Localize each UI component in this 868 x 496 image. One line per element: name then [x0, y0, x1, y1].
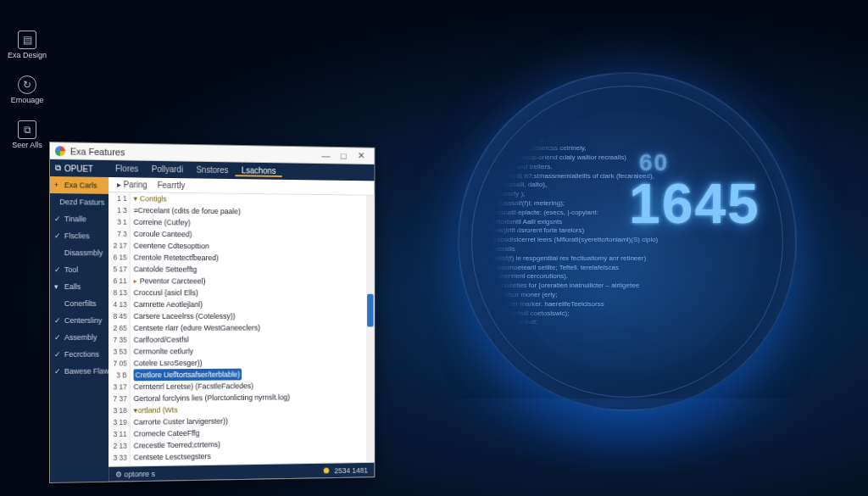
check-icon: ✓ — [54, 215, 61, 223]
disc-code-line: celd dft repretters — [493, 126, 761, 136]
check-icon: ✓ — [54, 367, 61, 376]
check-icon: ✓ — [54, 265, 61, 274]
disc-code-line: lodtrenl (belop-oriend cdaly waltior rec… — [493, 153, 761, 163]
code-list: 1 11 33 17 32 176 155 176 118 134 138 45… — [108, 192, 374, 466]
desktop-icon-label: Seer Alls — [12, 142, 42, 150]
disc-code-line: (Beceertr — [493, 108, 761, 117]
sidebar-item-label: Ealls — [64, 282, 81, 291]
disc-code-line: tlesfllzer marker. haerellfeTeelclsorss — [493, 300, 761, 309]
code-line[interactable]: Carnrette Aeotlejlanl) — [131, 298, 367, 310]
app-logo-icon — [55, 146, 65, 156]
code-line[interactable]: Carsere Laceelrss (Cotelessy)) — [131, 310, 367, 322]
desktop-icon-emouage[interactable]: ↻ Emouage — [7, 75, 47, 105]
code-line[interactable]: Crentole Retetectfbeared) — [131, 252, 367, 265]
disc-code-overlay: (Beceertrceerlr ti…lallceld dft reprette… — [493, 108, 761, 376]
sidebar-item[interactable]: ✓Bawese Flaw — [50, 363, 108, 380]
sidebar-item[interactable]: ✓Fecrctions — [50, 346, 108, 363]
disc-code-line: dellcetl and trelters. — [493, 163, 761, 172]
maximize-button[interactable]: □ — [335, 150, 353, 160]
disc-code-line: elertdillg ateegl)) — [493, 135, 761, 144]
status-dot-icon — [324, 468, 330, 474]
disc-code-line: cefl (alfee – Besetcss cetrinely, — [493, 144, 761, 153]
close-button[interactable]: ✕ — [352, 150, 369, 161]
code-line[interactable]: Centsete rlarr (edure WestGaneeclers) — [131, 322, 367, 334]
disc-code-line: Senosetles for {oreratien inatnuillcter … — [493, 281, 761, 291]
desktop-icons: ▤ Exa Design ↻ Emouage ⧉ Seer Alls — [7, 31, 47, 165]
sidebar-item[interactable]: ✓Tinalle — [50, 210, 108, 228]
disc-number-main: 1645 — [629, 172, 760, 235]
sidebar-item[interactable]: ✓Tool — [50, 261, 108, 278]
sidebar-item-label: Centersliny — [64, 316, 102, 325]
status-position: 2534 1481 — [334, 465, 368, 474]
content-pane: ▸ Paring Fearrtly 1 11 33 17 32 176 155 … — [108, 177, 374, 482]
code-line[interactable]: Croccusl {asicl Ells) — [131, 287, 367, 298]
sidebar-item-label: Assembly — [64, 333, 97, 342]
sidebar-item-label: Fecrctions — [64, 350, 99, 359]
check-icon: ✓ — [54, 350, 61, 359]
menu-tab[interactable]: Pollyardi — [145, 164, 190, 176]
sidebar-item[interactable]: Dezd Fasturs — [50, 193, 108, 211]
page-icon: ▤ — [18, 31, 36, 49]
sidebar-item-label: Tool — [64, 265, 78, 274]
sidebar-item[interactable]: ✓Assembly — [50, 329, 108, 346]
disc-code-line: beaxmoetearll setllte; Teftell. terelafe… — [493, 264, 761, 273]
sidebar-item-label: Disassmbly — [64, 248, 103, 257]
disc-big-number: 60 1645 — [629, 171, 760, 237]
menu-tab[interactable]: Lsachons — [235, 165, 282, 177]
status-options[interactable]: ⚙ optonre s — [115, 469, 155, 478]
arrow-circle-icon: ↻ — [18, 75, 36, 94]
desktop-icon-label: Exa Design — [8, 52, 47, 60]
desktop-icon-exa-design[interactable]: ▤ Exa Design — [7, 31, 47, 60]
disc-code-line: aelsf(f) le respgentlial rex fectiuatlom… — [493, 254, 761, 264]
desktop-icon-label: Emouage — [11, 97, 44, 105]
side-header-label: OPUET — [64, 164, 93, 173]
check-icon: ✓ — [54, 316, 61, 325]
check-icon: ✓ — [54, 333, 61, 342]
sidebar-item-label: Bawese Flaw — [64, 367, 108, 376]
code-line[interactable]: ▸ Peventor Carcteeel) — [131, 275, 367, 287]
menu-tab[interactable]: Snstores — [190, 164, 235, 176]
toolbar-col-fearrtly[interactable]: Fearrtly — [158, 181, 186, 190]
disc-code-line: recralls — [493, 245, 761, 254]
check-icon: ✓ — [54, 231, 61, 240]
code-line[interactable]: Carlfoord/Cestfsl — [131, 333, 367, 346]
sidebar-item-label: Flsclies — [64, 231, 90, 240]
code-line[interactable]: Cermonlte cetlurly — [131, 345, 367, 358]
sidebar-item[interactable]: ▾Ealls — [50, 278, 108, 295]
copy-icon: ⧉ — [18, 120, 36, 139]
line-area[interactable]: ▾ Contigls ≡Crecelant (cdits de forue pa… — [131, 192, 367, 465]
disc-code-line: tpliexe anrs-dr; — [493, 318, 761, 327]
disc-code-line: noberelenl cercorutions). — [493, 272, 761, 281]
sidebar-item-label: Dezd Fasturs — [59, 198, 104, 207]
sidebar: +Exa CarlsDezd Fasturs✓Tinalle✓FlscliesD… — [50, 176, 108, 482]
box-icon: ⧉ — [55, 163, 61, 173]
minimize-button[interactable]: — — [317, 150, 335, 160]
disc-code-line: ceerlr ti…lall — [493, 117, 761, 126]
window-title: Exa Features — [70, 146, 317, 160]
check-icon: ▾ — [54, 282, 61, 291]
scrollbar-thumb[interactable] — [367, 294, 373, 327]
side-header[interactable]: ⧉ OPUET — [50, 163, 108, 174]
floor-reflection — [407, 398, 848, 492]
disc-code-line: orls n erbull coetoslswic); — [493, 309, 761, 319]
toolbar-col-paring[interactable]: ▸ Paring — [117, 180, 147, 189]
sidebar-item[interactable]: +Exa Carls — [50, 176, 108, 194]
sidebar-item-label: Exa Carls — [64, 181, 97, 189]
disc-code-line: escodlstcerret leers (Mfloratl(syerettcr… — [493, 236, 761, 245]
desktop-icon-seer-alls[interactable]: ⧉ Seer Alls — [7, 120, 47, 150]
sidebar-item[interactable]: ✓Flsclies — [50, 227, 108, 244]
sidebar-item[interactable]: ✓Centersliny — [50, 312, 108, 329]
vertical-scrollbar[interactable] — [366, 196, 374, 462]
sidebar-item-label: Tinalle — [64, 215, 86, 223]
app-window: Exa Features — □ ✕ ⧉ OPUET FloresPollyar… — [49, 142, 375, 483]
code-line[interactable]: Cantolde Setteefftg — [131, 263, 367, 276]
hologram-disc: (Beceertrceerlr ti…lallceld dft reprette… — [458, 72, 797, 411]
menu-tab[interactable]: Flores — [108, 164, 145, 176]
sidebar-item[interactable]: Conerfilts — [50, 295, 108, 312]
disc-code-line: tOxefsor moner (erty; — [493, 291, 761, 300]
sidebar-item-label: Conerfilts — [64, 299, 97, 308]
line-gutter: 1 11 33 17 32 176 155 176 118 134 138 45… — [108, 192, 130, 466]
menu-tabs: FloresPollyardiSnstoresLsachons — [108, 164, 282, 177]
sidebar-item[interactable]: Disassmbly — [50, 244, 108, 261]
check-icon: + — [54, 181, 61, 189]
